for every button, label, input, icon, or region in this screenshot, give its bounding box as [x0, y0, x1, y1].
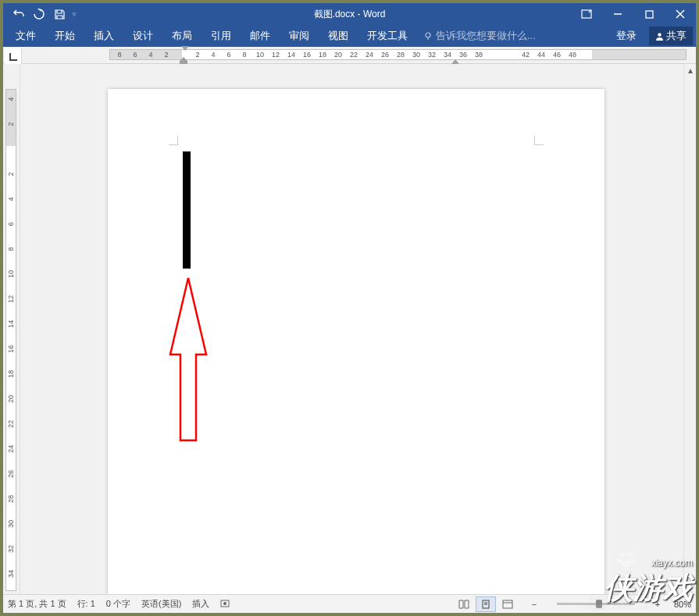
- status-mode[interactable]: 插入: [192, 598, 209, 610]
- save-icon: [55, 9, 65, 20]
- qat-customize[interactable]: ▾: [70, 9, 78, 20]
- scroll-up-button[interactable]: ▴: [684, 64, 696, 77]
- window-controls: [571, 3, 696, 25]
- workspace: 4 2 2 4 6 8 10 12 14 16 18 20 22 24 26 2…: [3, 64, 696, 594]
- status-line[interactable]: 行: 1: [77, 598, 95, 610]
- first-line-indent-marker[interactable]: [181, 46, 189, 51]
- svg-rect-13: [503, 600, 512, 608]
- tab-review[interactable]: 审阅: [280, 25, 319, 47]
- vertical-ruler[interactable]: 4 2 2 4 6 8 10 12 14 16 18 20 22 24 26 2…: [3, 64, 20, 594]
- signin-link[interactable]: 登录: [607, 29, 646, 43]
- tab-developer[interactable]: 开发工具: [358, 25, 417, 47]
- web-layout-button[interactable]: [498, 596, 518, 612]
- document-title: 截图.docx - Word: [314, 8, 386, 21]
- zoom-level[interactable]: 80%: [674, 600, 691, 609]
- tell-me-label: 告诉我您想要做什么...: [436, 29, 536, 43]
- ribbon-display-options[interactable]: [571, 3, 602, 25]
- horizontal-ruler-strip: 8 6 4 2 2 4 6 8 10 12 14 16 18 20 22 24 …: [3, 47, 696, 64]
- tab-file[interactable]: 文件: [6, 25, 45, 47]
- maximize-button[interactable]: [633, 3, 665, 25]
- redo-button[interactable]: [30, 5, 48, 23]
- share-label: 共享: [666, 29, 687, 43]
- annotation-arrow: [169, 276, 208, 450]
- save-button[interactable]: [50, 5, 69, 23]
- svg-rect-2: [646, 11, 653, 18]
- page[interactable]: [108, 89, 604, 594]
- margin-crop-top-left: [169, 136, 178, 145]
- minimize-button[interactable]: [602, 3, 633, 25]
- view-mode-buttons: [454, 596, 518, 612]
- tab-layout[interactable]: 布局: [162, 25, 201, 47]
- print-layout-button[interactable]: [476, 596, 496, 612]
- zoom-out-button[interactable]: −: [529, 600, 540, 609]
- macro-record-icon[interactable]: [220, 599, 230, 610]
- svg-point-7: [658, 33, 661, 36]
- zoom-in-button[interactable]: +: [652, 600, 663, 609]
- read-mode-button[interactable]: [454, 596, 474, 612]
- status-language[interactable]: 英语(美国): [141, 598, 181, 610]
- status-page[interactable]: 第 1 页, 共 1 页: [8, 598, 66, 610]
- close-button[interactable]: [665, 3, 696, 25]
- tab-mail[interactable]: 邮件: [241, 25, 280, 47]
- lightbulb-icon: [423, 31, 433, 41]
- tab-view[interactable]: 视图: [319, 25, 358, 47]
- quick-access-toolbar: ▾: [3, 5, 78, 23]
- tab-stop-selector[interactable]: [5, 48, 22, 66]
- share-button[interactable]: 共享: [649, 27, 693, 45]
- status-wordcount[interactable]: 0 个字: [106, 598, 130, 610]
- horizontal-ruler[interactable]: 8 6 4 2 2 4 6 8 10 12 14 16 18 20 22 24 …: [23, 47, 696, 63]
- tab-stop-l-icon: [9, 53, 17, 61]
- svg-point-9: [223, 602, 226, 605]
- text-cursor-shape: [183, 151, 191, 269]
- baidu-watermark: Baidu百度经验 jingyan.baidu.com: [583, 593, 652, 611]
- svg-point-5: [426, 33, 430, 37]
- redo-icon: [34, 9, 45, 20]
- word-app-window: ▾ 截图.docx - Word 文件 开始 插入 设计 布局 引用 邮件 审阅…: [3, 3, 696, 613]
- tab-insert[interactable]: 插入: [84, 25, 123, 47]
- ribbon-tabs: 文件 开始 插入 设计 布局 引用 邮件 审阅 视图 开发工具 告诉我您想要做什…: [3, 25, 696, 47]
- tab-references[interactable]: 引用: [201, 25, 241, 47]
- tab-design[interactable]: 设计: [123, 25, 162, 47]
- margin-crop-top-right: [534, 136, 544, 145]
- titlebar: ▾ 截图.docx - Word: [3, 3, 696, 25]
- vertical-scrollbar[interactable]: ▴: [683, 64, 696, 594]
- person-icon: [655, 32, 664, 41]
- tab-home[interactable]: 开始: [45, 25, 84, 47]
- document-area[interactable]: [20, 64, 696, 594]
- undo-icon: [13, 9, 24, 20]
- undo-button[interactable]: [9, 5, 28, 23]
- tell-me-search[interactable]: 告诉我您想要做什么...: [423, 29, 536, 43]
